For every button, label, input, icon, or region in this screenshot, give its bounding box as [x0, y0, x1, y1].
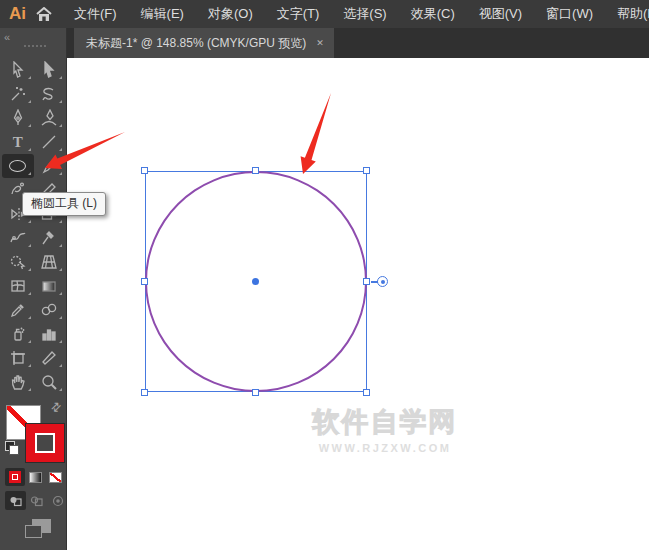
tool-shape-builder[interactable]	[2, 250, 34, 274]
draw-normal-icon	[9, 495, 23, 507]
document-tab[interactable]: 未标题-1* @ 148.85% (CMYK/GPU 预览) ✕	[74, 28, 334, 58]
mesh-icon	[9, 277, 27, 295]
panel-grip[interactable]	[24, 45, 46, 48]
illustrator-window: 软件自学网 WWW.RJZXW.COM Ai 文件(F) 编辑(E)	[0, 0, 649, 550]
main-menu: 文件(F) 编辑(E) 对象(O) 文字(T) 选择(S) 效果(C) 视图(V…	[74, 5, 649, 23]
menu-bar: Ai 文件(F) 编辑(E) 对象(O) 文字(T) 选择(S) 效果(C) 视…	[0, 0, 649, 28]
draw-normal-button[interactable]	[5, 491, 26, 510]
line-segment-icon	[40, 133, 58, 151]
direct-selection-arrow-icon	[40, 61, 58, 79]
paint-style-row	[5, 468, 65, 486]
tool-pen[interactable]	[2, 106, 34, 130]
handle-top-center[interactable]	[252, 167, 259, 174]
tool-magic-wand[interactable]	[2, 82, 34, 106]
stroke-swatch-hole	[35, 433, 55, 453]
draw-inside-button[interactable]	[47, 491, 68, 510]
zoom-magnifier-icon	[40, 373, 58, 391]
stroke-swatch-red[interactable]	[25, 423, 65, 463]
menu-type[interactable]: 文字(T)	[277, 5, 320, 23]
pen-icon	[9, 109, 27, 127]
live-shape-widget[interactable]	[377, 276, 388, 287]
menu-view[interactable]: 视图(V)	[479, 5, 522, 23]
draw-behind-icon	[30, 495, 44, 507]
handle-bottom-right[interactable]	[363, 389, 370, 396]
eyedropper-icon	[9, 301, 27, 319]
tool-mesh[interactable]	[2, 274, 34, 298]
perspective-grid-icon	[40, 253, 58, 271]
handle-top-left[interactable]	[141, 167, 148, 174]
menu-edit[interactable]: 编辑(E)	[141, 5, 184, 23]
swap-fill-stroke-icon[interactable]: ⇄	[48, 398, 65, 415]
tools-grid: T	[2, 58, 65, 394]
puppet-warp-pin-icon	[40, 229, 58, 247]
tool-gradient[interactable]	[34, 274, 66, 298]
handle-bottom-left[interactable]	[141, 389, 148, 396]
menu-object[interactable]: 对象(O)	[208, 5, 253, 23]
gradient-button[interactable]	[25, 468, 45, 486]
symbol-sprayer-icon	[9, 325, 27, 343]
menu-file[interactable]: 文件(F)	[74, 5, 117, 23]
lasso-icon	[40, 85, 58, 103]
shape-builder-icon	[9, 253, 27, 271]
draw-behind-button[interactable]	[26, 491, 47, 510]
menu-window[interactable]: 窗口(W)	[546, 5, 593, 23]
document-tab-title: 未标题-1* @ 148.85% (CMYK/GPU 预览)	[86, 35, 306, 52]
none-swatch-icon	[49, 472, 62, 483]
tool-paintbrush[interactable]	[34, 154, 66, 178]
tool-perspective-grid[interactable]	[34, 250, 66, 274]
type-tool-icon: T	[13, 134, 23, 151]
selection-arrow-icon	[9, 61, 27, 79]
gradient-swatch-icon	[29, 472, 42, 483]
tooltip-label: 椭圆工具 (L)	[31, 196, 97, 210]
slice-knife-icon	[40, 349, 58, 367]
menu-select[interactable]: 选择(S)	[343, 5, 386, 23]
tool-artboard[interactable]	[2, 346, 34, 370]
blend-icon	[40, 301, 58, 319]
menu-effect[interactable]: 效果(C)	[411, 5, 455, 23]
canvas-stage: 软件自学网 WWW.RJZXW.COM	[0, 0, 649, 550]
shape-center-point[interactable]	[252, 278, 259, 285]
tool-puppet-warp[interactable]	[34, 226, 66, 250]
tool-zoom[interactable]	[34, 370, 66, 394]
home-icon	[36, 7, 52, 22]
color-swatch-icon	[9, 471, 21, 483]
gradient-icon	[40, 277, 58, 295]
tool-symbol-sprayer[interactable]	[2, 322, 34, 346]
change-screen-mode-button[interactable]	[25, 517, 55, 541]
tool-ellipse[interactable]	[2, 154, 34, 178]
tool-selection[interactable]	[2, 58, 34, 82]
artboard-icon	[9, 349, 27, 367]
paintbrush-icon	[40, 157, 58, 175]
tool-hand[interactable]	[2, 370, 34, 394]
handle-middle-left[interactable]	[141, 278, 148, 285]
tool-blend[interactable]	[34, 298, 66, 322]
tool-type[interactable]: T	[2, 130, 34, 154]
app-logo[interactable]: Ai	[0, 4, 36, 24]
document-tab-bar: 未标题-1* @ 148.85% (CMYK/GPU 预览) ✕	[67, 28, 649, 58]
color-button[interactable]	[5, 468, 25, 486]
handle-bottom-center[interactable]	[252, 389, 259, 396]
default-fill-stroke-button[interactable]	[5, 441, 21, 457]
none-button[interactable]	[45, 468, 65, 486]
tool-curvature[interactable]	[34, 106, 66, 130]
drawing-modes-row	[5, 491, 68, 510]
tool-line-segment[interactable]	[34, 130, 66, 154]
tool-column-graph[interactable]	[34, 322, 66, 346]
tab-close-icon[interactable]: ✕	[316, 38, 324, 48]
ellipse-tool-icon	[9, 160, 26, 172]
tool-lasso[interactable]	[34, 82, 66, 106]
width-tool-icon	[9, 229, 27, 247]
menu-help[interactable]: 帮助(H)	[617, 5, 649, 23]
home-button[interactable]	[36, 0, 52, 28]
column-graph-icon	[40, 325, 58, 343]
handle-top-right[interactable]	[363, 167, 370, 174]
tool-slice[interactable]	[34, 346, 66, 370]
tool-width[interactable]	[2, 226, 34, 250]
handle-middle-right[interactable]	[363, 278, 370, 285]
tool-eyedropper[interactable]	[2, 298, 34, 322]
hand-icon	[9, 373, 27, 391]
panel-collapse-icon[interactable]: «	[4, 31, 8, 43]
magic-wand-icon	[9, 85, 27, 103]
tool-direct-selection[interactable]	[34, 58, 66, 82]
tooltip: 椭圆工具 (L)	[22, 192, 106, 216]
